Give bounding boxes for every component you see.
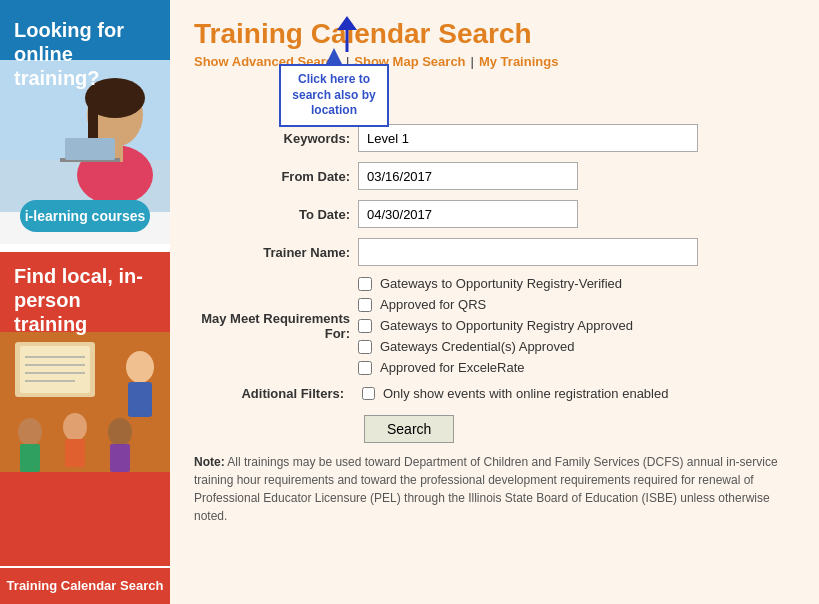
addl-filters-label: Aditional Filters:	[194, 386, 354, 401]
note-text: Note: All trainings may be used toward D…	[194, 453, 795, 525]
checkbox-2[interactable]	[358, 319, 372, 333]
svg-rect-8	[65, 138, 115, 160]
checkbox-label-1: Approved for QRS	[380, 297, 486, 312]
sep2: |	[471, 54, 474, 69]
sidebar-inperson-section: Find local, in-person training	[0, 252, 170, 604]
inperson-illustration	[0, 332, 170, 562]
sidebar-inperson-title: Find local, in-person training	[14, 264, 156, 336]
svg-point-18	[18, 418, 42, 446]
addl-filters-checkbox[interactable]	[362, 387, 375, 400]
from-date-label: From Date:	[194, 157, 354, 195]
addl-filters-text: Only show events with online registratio…	[383, 386, 668, 401]
sidebar-ilearning-btn[interactable]: i-learning courses	[20, 200, 150, 232]
svg-point-20	[63, 413, 87, 441]
callout-arrow	[337, 16, 357, 52]
checkbox-item-0: Gateways to Opportunity Registry-Verifie…	[358, 276, 791, 291]
checkbox-0[interactable]	[358, 277, 372, 291]
callout-box: Click here to search also by location	[279, 64, 389, 127]
page-title: Training Calendar Search	[194, 18, 795, 50]
checkbox-item-3: Gateways Credential(s) Approved	[358, 339, 791, 354]
training-calendar-btn[interactable]: Training Calendar Search	[0, 566, 170, 604]
svg-point-16	[126, 351, 154, 383]
from-date-row: From Date:	[194, 157, 795, 195]
svg-rect-11	[20, 346, 90, 393]
my-trainings-link[interactable]: My Trainings	[479, 54, 558, 69]
checkbox-1[interactable]	[358, 298, 372, 312]
svg-point-22	[108, 418, 132, 446]
trainer-label: Trainer Name:	[194, 233, 354, 271]
links-row: Show Advanced Search | Show Map Search |…	[194, 54, 795, 69]
note-content: All trainings may be used toward Departm…	[194, 455, 778, 523]
keywords-input[interactable]	[358, 124, 698, 152]
checkbox-item-4: Approved for ExceleRate	[358, 360, 791, 375]
checkbox-label-3: Gateways Credential(s) Approved	[380, 339, 574, 354]
checkbox-item-1: Approved for QRS	[358, 297, 791, 312]
svg-rect-23	[110, 444, 130, 472]
checkbox-label-0: Gateways to Opportunity Registry-Verifie…	[380, 276, 622, 291]
checkbox-label-4: Approved for ExceleRate	[380, 360, 525, 375]
svg-rect-21	[65, 439, 85, 467]
svg-rect-17	[128, 382, 152, 417]
to-date-input[interactable]	[358, 200, 578, 228]
checkbox-4[interactable]	[358, 361, 372, 375]
sidebar-online-title: Looking for online training?	[14, 18, 156, 90]
note-label: Note:	[194, 455, 225, 469]
trainer-input[interactable]	[358, 238, 698, 266]
search-btn-row: Search	[194, 409, 795, 443]
checkbox-label-2: Gateways to Opportunity Registry Approve…	[380, 318, 633, 333]
sidebar-online-section: Looking for online training?	[0, 0, 170, 220]
requirements-label: May Meet Requirements For:	[194, 271, 354, 380]
svg-rect-4	[88, 98, 98, 138]
checkbox-item-2: Gateways to Opportunity Registry Approve…	[358, 318, 791, 333]
search-form: Keywords: From Date: To Date:	[194, 119, 795, 380]
svg-rect-19	[20, 444, 40, 472]
svg-marker-25	[337, 16, 357, 30]
classroom-illustration	[0, 332, 170, 472]
trainer-row: Trainer Name:	[194, 233, 795, 271]
search-button[interactable]: Search	[364, 415, 454, 443]
additional-filters-row: Aditional Filters: Only show events with…	[194, 386, 795, 401]
requirements-row: May Meet Requirements For: Gateways to O…	[194, 271, 795, 380]
to-date-label: To Date:	[194, 195, 354, 233]
sidebar: Looking for online training?	[0, 0, 170, 604]
from-date-input[interactable]	[358, 162, 578, 190]
to-date-row: To Date:	[194, 195, 795, 233]
requirements-checkboxes: Gateways to Opportunity Registry-Verifie…	[358, 276, 791, 375]
checkbox-3[interactable]	[358, 340, 372, 354]
main-content: Training Calendar Search Show Advanced S…	[170, 0, 819, 604]
